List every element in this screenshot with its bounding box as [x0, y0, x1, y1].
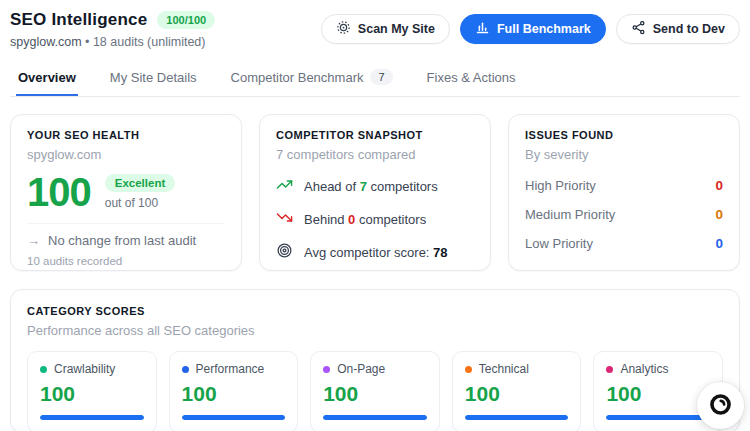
category-item-crawlability: Crawlability 100 [27, 351, 157, 431]
category-item-technical: Technical 100 [452, 351, 582, 431]
low-priority-count: 0 [715, 236, 723, 251]
trending-down-icon [276, 209, 293, 229]
issues-found-subtitle: By severity [525, 147, 723, 162]
category-scores-card: CATEGORY SCORES Performance across all S… [10, 289, 740, 431]
crawlability-progress-bar [40, 415, 144, 420]
category-scores-title: CATEGORY SCORES [27, 305, 723, 317]
low-priority-row: Low Priority 0 [525, 236, 723, 251]
category-item-on-page: On-Page 100 [310, 351, 440, 431]
on-page-label: On-Page [337, 362, 385, 376]
header: SEO Intelligence 100/100 spyglow.com • 1… [10, 0, 740, 49]
technical-label: Technical [479, 362, 529, 376]
radar-scan-icon [336, 20, 351, 38]
bar-chart-icon [475, 20, 490, 38]
send-to-dev-button[interactable]: Send to Dev [616, 14, 740, 44]
score-change-text: No change from last audit [48, 233, 196, 248]
on-page-progress-bar [323, 415, 427, 420]
tab-my-site-details[interactable]: My Site Details [108, 63, 199, 96]
performance-label: Performance [196, 362, 265, 376]
seo-dashboard: SEO Intelligence 100/100 spyglow.com • 1… [0, 0, 750, 431]
right-arrow-icon: → [27, 233, 40, 248]
performance-progress-bar [182, 415, 286, 420]
medium-priority-row: Medium Priority 0 [525, 207, 723, 222]
analytics-progress-bar [606, 415, 710, 420]
tab-fixes-actions[interactable]: Fixes & Actions [425, 63, 518, 96]
crawlability-dot-icon [40, 366, 47, 373]
score-change-row: → No change from last audit [27, 233, 225, 248]
competitor-snapshot-card: COMPETITOR SNAPSHOT 7 competitors compar… [259, 114, 491, 271]
issues-found-title: ISSUES FOUND [525, 129, 723, 141]
full-benchmark-label: Full Benchmark [497, 22, 591, 36]
tab-fixes-actions-label: Fixes & Actions [427, 70, 516, 85]
on-page-dot-icon [323, 366, 330, 373]
scan-my-site-label: Scan My Site [358, 22, 435, 36]
analytics-dot-icon [606, 366, 613, 373]
rating-badge: Excellent [105, 174, 176, 192]
share-icon [631, 20, 646, 38]
tab-competitor-benchmark-label: Competitor Benchmark [231, 70, 364, 85]
competitor-count-badge: 7 [370, 69, 392, 85]
ahead-of-text: Ahead of 7 competitors [304, 179, 438, 194]
category-item-performance: Performance 100 [169, 351, 299, 431]
high-priority-count: 0 [715, 178, 723, 193]
ahead-of-row: Ahead of 7 competitors [276, 176, 474, 196]
high-priority-row: High Priority 0 [525, 178, 723, 193]
behind-row: Behind 0 competitors [276, 209, 474, 229]
ring-record-icon [707, 391, 734, 421]
trending-up-icon [276, 176, 293, 196]
avg-score-row: Avg competitor score: 78 [276, 242, 474, 262]
seo-health-domain: spyglow.com [27, 147, 225, 162]
summary-cards-row: YOUR SEO HEALTH spyglow.com 100 Excellen… [10, 114, 740, 271]
technical-score: 100 [465, 382, 569, 406]
page-title: SEO Intelligence [10, 10, 147, 30]
tab-overview-label: Overview [18, 70, 76, 85]
behind-text: Behind 0 competitors [304, 212, 426, 227]
seo-health-score: 100 [27, 172, 91, 212]
header-score-badge: 100/100 [157, 11, 215, 29]
issues-found-card: ISSUES FOUND By severity High Priority 0… [508, 114, 740, 271]
medium-priority-label: Medium Priority [525, 207, 615, 222]
divider [27, 223, 225, 224]
crawlability-score: 100 [40, 382, 144, 406]
analytics-score: 100 [606, 382, 710, 406]
tab-my-site-details-label: My Site Details [110, 70, 197, 85]
target-icon [276, 242, 293, 262]
avg-score-text: Avg competitor score: 78 [304, 245, 448, 260]
analytics-label: Analytics [620, 362, 668, 376]
performance-score: 100 [182, 382, 286, 406]
category-scores-subtitle: Performance across all SEO categories [27, 323, 723, 338]
seo-health-card: YOUR SEO HEALTH spyglow.com 100 Excellen… [10, 114, 242, 271]
competitor-snapshot-subtitle: 7 competitors compared [276, 147, 474, 162]
technical-dot-icon [465, 366, 472, 373]
medium-priority-count: 0 [715, 207, 723, 222]
scan-my-site-button[interactable]: Scan My Site [321, 14, 450, 44]
audits-recorded: 10 audits recorded [27, 255, 225, 267]
seo-health-title: YOUR SEO HEALTH [27, 129, 225, 141]
site-domain: spyglow.com [10, 35, 82, 49]
floating-widget-button[interactable] [697, 382, 744, 429]
tab-overview[interactable]: Overview [16, 63, 78, 96]
performance-dot-icon [182, 366, 189, 373]
full-benchmark-button[interactable]: Full Benchmark [460, 14, 606, 44]
category-grid: Crawlability 100 Performance 100 On-Page [27, 351, 723, 431]
crawlability-label: Crawlability [54, 362, 115, 376]
audits-info: • 18 audits (unlimited) [85, 35, 205, 49]
send-to-dev-label: Send to Dev [653, 22, 725, 36]
header-subtitle: spyglow.com • 18 audits (unlimited) [10, 35, 215, 49]
header-left: SEO Intelligence 100/100 spyglow.com • 1… [10, 10, 215, 49]
competitor-snapshot-title: COMPETITOR SNAPSHOT [276, 129, 474, 141]
tab-competitor-benchmark[interactable]: Competitor Benchmark 7 [229, 63, 395, 96]
header-actions: Scan My Site Full Benchmark [321, 10, 740, 44]
tab-bar: Overview My Site Details Competitor Benc… [10, 63, 740, 97]
low-priority-label: Low Priority [525, 236, 593, 251]
high-priority-label: High Priority [525, 178, 596, 193]
on-page-score: 100 [323, 382, 427, 406]
technical-progress-bar [465, 415, 569, 420]
out-of-label: out of 100 [105, 196, 158, 210]
